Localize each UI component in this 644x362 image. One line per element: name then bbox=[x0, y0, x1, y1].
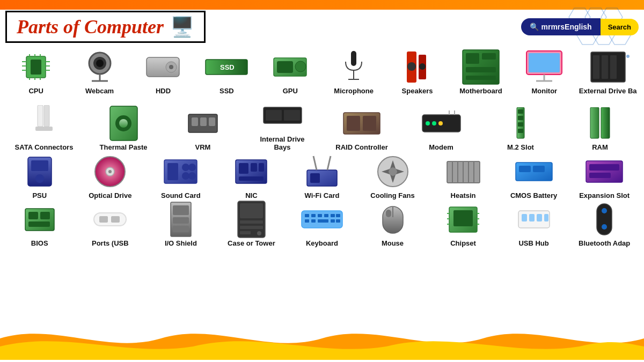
computer-icon: 🖥️ bbox=[170, 16, 194, 38]
svg-rect-33 bbox=[277, 61, 293, 73]
svg-rect-134 bbox=[240, 231, 251, 234]
svg-rect-85 bbox=[31, 160, 48, 171]
svg-rect-150 bbox=[386, 210, 391, 217]
svg-point-92 bbox=[182, 164, 189, 171]
svg-rect-162 bbox=[537, 214, 542, 221]
ports-label: Ports (USB bbox=[92, 239, 129, 248]
svg-rect-43 bbox=[466, 53, 479, 64]
vrm-icon bbox=[187, 105, 218, 142]
svg-point-94 bbox=[182, 172, 189, 180]
part-wifi: Wi-Fi Card bbox=[292, 153, 352, 200]
microphone-icon bbox=[343, 48, 364, 86]
extdrive-icon bbox=[590, 48, 626, 86]
part-usbhub: USB Hub bbox=[504, 201, 564, 248]
svg-rect-117 bbox=[589, 164, 619, 171]
svg-rect-127 bbox=[173, 205, 189, 215]
svg-rect-57 bbox=[35, 127, 53, 131]
svg-rect-146 bbox=[331, 219, 335, 223]
mouse-label: Mouse bbox=[382, 239, 404, 248]
svg-rect-56 bbox=[44, 105, 49, 127]
svg-rect-63 bbox=[200, 117, 207, 126]
svg-rect-138 bbox=[311, 214, 316, 217]
svg-line-103 bbox=[327, 156, 331, 170]
nic-label: NIC bbox=[245, 191, 257, 200]
part-ssd: SSD SSD bbox=[197, 48, 256, 95]
parts-row-2: SATA Connectors Thermal Paste VRM Intern… bbox=[4, 97, 640, 152]
part-ram: RAM bbox=[570, 105, 630, 152]
svg-point-34 bbox=[295, 61, 306, 72]
thermal-icon bbox=[109, 105, 138, 142]
chipset-icon bbox=[447, 201, 479, 238]
heatsin-icon bbox=[446, 153, 481, 190]
soundcard-icon bbox=[163, 153, 198, 190]
part-cooling: Cooling Fans bbox=[363, 153, 422, 200]
svg-rect-160 bbox=[522, 214, 527, 221]
modem-label: Modem bbox=[429, 143, 453, 152]
search-button[interactable]: Search bbox=[601, 19, 639, 35]
svg-rect-48 bbox=[529, 53, 560, 72]
svg-rect-137 bbox=[305, 214, 309, 217]
svg-point-95 bbox=[188, 172, 196, 180]
svg-rect-81 bbox=[518, 129, 523, 133]
ports-icon bbox=[92, 201, 128, 238]
svg-text:SSD: SSD bbox=[220, 63, 235, 71]
svg-rect-123 bbox=[94, 213, 126, 226]
part-cmos: CMOS Battery bbox=[504, 153, 564, 200]
gpu-icon bbox=[273, 48, 308, 86]
expansion-icon bbox=[585, 153, 624, 190]
parts-row-3: PSU Optical Drive Sound Card NIC Wi-Fi C… bbox=[4, 153, 640, 200]
svg-rect-120 bbox=[28, 212, 38, 219]
svg-point-29 bbox=[169, 65, 173, 69]
search-area: 🔍 mrmrsEnglish Search bbox=[521, 18, 639, 35]
ram-icon bbox=[589, 105, 611, 142]
bottom-wave bbox=[0, 317, 644, 362]
svg-rect-46 bbox=[466, 76, 496, 80]
wifi-label: Wi-Fi Card bbox=[305, 191, 340, 200]
ioshield-icon bbox=[170, 201, 192, 238]
svg-point-60 bbox=[119, 119, 128, 128]
svg-point-86 bbox=[35, 174, 44, 183]
svg-point-39 bbox=[407, 62, 416, 71]
part-soundcard: Sound Card bbox=[151, 153, 210, 200]
svg-rect-70 bbox=[363, 116, 376, 131]
intdrive-icon bbox=[262, 97, 303, 134]
svg-rect-139 bbox=[318, 214, 322, 217]
motherboard-icon bbox=[462, 48, 500, 86]
sata-icon bbox=[33, 105, 55, 142]
case-icon bbox=[237, 201, 266, 238]
raid-icon bbox=[342, 105, 381, 142]
part-bluetooth: Bluetooth Adap bbox=[575, 201, 634, 248]
usbhub-label: USB Hub bbox=[518, 239, 548, 248]
optical-icon bbox=[93, 153, 127, 190]
svg-point-106 bbox=[389, 167, 397, 176]
svg-rect-152 bbox=[453, 210, 473, 226]
svg-point-74 bbox=[438, 121, 443, 125]
webcam-label: Webcam bbox=[85, 87, 114, 95]
part-motherboard: Motherboard bbox=[451, 48, 510, 95]
monitor-icon bbox=[525, 48, 563, 86]
svg-point-166 bbox=[602, 224, 607, 230]
title-box: Parts of Computer 🖥️ bbox=[5, 11, 206, 43]
part-optical: Optical Drive bbox=[80, 153, 140, 200]
raid-label: RAID Controller bbox=[335, 143, 388, 152]
svg-rect-62 bbox=[192, 117, 198, 126]
part-sata: SATA Connectors bbox=[14, 105, 74, 152]
svg-rect-80 bbox=[518, 122, 523, 127]
bios-icon bbox=[24, 201, 55, 238]
svg-rect-53 bbox=[602, 55, 608, 79]
keyboard-label: Keyboard bbox=[306, 239, 338, 248]
svg-point-24 bbox=[96, 60, 104, 67]
svg-rect-83 bbox=[601, 107, 610, 138]
sata-label: SATA Connectors bbox=[15, 143, 74, 152]
part-vrm: VRM bbox=[173, 105, 232, 152]
svg-rect-129 bbox=[173, 226, 189, 232]
thermal-label: Thermal Paste bbox=[100, 143, 148, 152]
brand-name: mrmrsEnglish bbox=[541, 23, 591, 31]
svg-rect-118 bbox=[589, 173, 611, 178]
part-chipset: Chipset bbox=[434, 201, 493, 248]
svg-rect-140 bbox=[324, 214, 328, 217]
usbhub-icon bbox=[517, 201, 551, 238]
svg-point-165 bbox=[602, 208, 607, 213]
svg-point-41 bbox=[419, 63, 426, 70]
part-psu: PSU bbox=[10, 153, 69, 200]
